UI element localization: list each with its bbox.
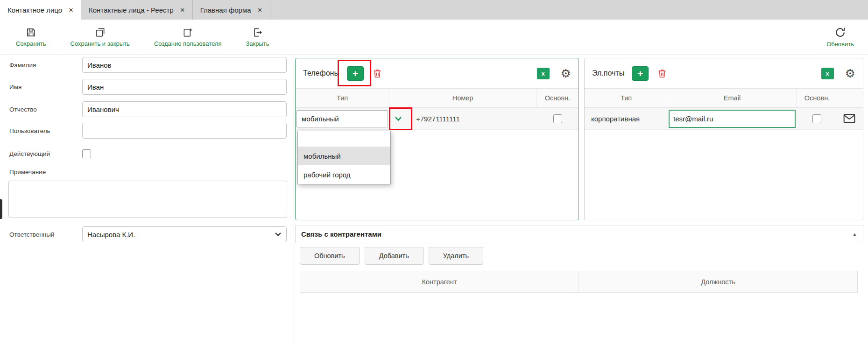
contractors-title: Связь с контрагентами (301, 230, 381, 238)
phone-type-combobox[interactable] (296, 110, 388, 127)
phones-panel: Телефоны + x ⚙ Тип Номер Основн. (295, 58, 579, 220)
contact-form: Фамилия Имя Отчество Пользователь Действ… (0, 55, 294, 344)
tab-close-icon[interactable]: × (258, 6, 262, 14)
tab-bar: Контактное лицо × Контактные лица - Реес… (0, 0, 868, 20)
dropdown-option-mobile[interactable]: мобильный (298, 147, 390, 165)
patronymic-input[interactable] (82, 101, 287, 117)
email-type-cell[interactable]: корпоративная (591, 108, 640, 130)
firstname-input[interactable] (82, 79, 287, 95)
toolbar-right-group: Обновить (826, 27, 854, 48)
phones-add-wrap: + (347, 66, 364, 81)
close-icon (252, 27, 263, 38)
emails-delete-icon[interactable] (657, 68, 667, 79)
tab-label: Контактные лица - Реестр (89, 6, 174, 14)
tab-label: Контактное лицо (7, 6, 62, 14)
contractors-grid-header: Контрагент Должность (300, 271, 858, 293)
emails-title: Эл.почты (592, 69, 624, 77)
emails-add-button[interactable]: + (632, 66, 649, 81)
note-label: Примечание (9, 168, 46, 176)
responsible-select[interactable]: Насырова К.И. (82, 226, 287, 242)
phones-settings-gear-icon[interactable]: ⚙ (561, 68, 571, 79)
tab-main-form[interactable]: Главная форма × (193, 0, 270, 20)
patronymic-label: Отчество (9, 106, 82, 113)
contractors-header[interactable]: Связь с контрагентами ▲ (295, 225, 863, 243)
toolbar-left-group: Сохранить Сохранить и закрыть Создание п… (16, 27, 269, 47)
tab-close-icon[interactable]: × (180, 6, 185, 14)
contractors-col-position: Должность (579, 271, 857, 292)
phones-col-number: Номер (389, 89, 536, 107)
contractors-toolbar: Обновить Добавить Удалить (300, 247, 863, 265)
close-label: Закрыть (246, 40, 269, 47)
refresh-icon (834, 27, 846, 38)
contractors-delete-button[interactable]: Удалить (429, 247, 483, 265)
firstname-row: Имя (9, 79, 287, 95)
dropdown-option-work-city[interactable]: рабочий город (298, 165, 390, 184)
phones-grid-header: Тип Номер Основн. (296, 88, 579, 108)
phones-col-type: Тип (296, 89, 389, 107)
save-label: Сохранить (16, 40, 46, 47)
chevron-down-icon (275, 232, 282, 237)
phones-delete-icon[interactable] (372, 68, 382, 79)
responsible-value: Насырова К.И. (87, 231, 135, 239)
tab-contacts-registry[interactable]: Контактные лица - Реестр × (81, 0, 193, 20)
create-user-button[interactable]: Создание пользователя (154, 27, 222, 47)
refresh-label: Обновить (826, 41, 854, 48)
refresh-button[interactable]: Обновить (826, 27, 854, 48)
user-row: Пользователь (9, 123, 287, 139)
close-button[interactable]: Закрыть (246, 27, 269, 47)
emails-col-actions (838, 89, 863, 107)
create-user-icon (183, 27, 193, 38)
contractors-refresh-button[interactable]: Обновить (300, 247, 360, 265)
emails-panel-header: Эл.почты + x ⚙ (585, 58, 863, 88)
firstname-label: Имя (9, 84, 82, 91)
phones-title: Телефоны (303, 69, 339, 77)
email-main-checkbox[interactable] (812, 114, 821, 123)
phone-type-dropdown-list: мобильный рабочий город (297, 131, 391, 184)
patronymic-row: Отчество (9, 101, 287, 117)
user-label: Пользователь (9, 127, 82, 134)
toolbar: Сохранить Сохранить и закрыть Создание п… (0, 20, 868, 55)
responsible-label: Ответственный (9, 231, 82, 238)
emails-col-email: Email (668, 89, 796, 107)
save-and-close-button[interactable]: Сохранить и закрыть (71, 27, 130, 47)
phone-main-checkbox[interactable] (553, 114, 562, 123)
tab-close-icon[interactable]: × (69, 6, 73, 14)
save-icon (26, 27, 36, 38)
user-input[interactable] (82, 123, 287, 139)
emails-settings-gear-icon[interactable]: ⚙ (845, 68, 855, 79)
save-and-close-label: Сохранить и закрыть (71, 40, 130, 47)
emails-add-wrap: + (632, 66, 649, 81)
phone-row: +79271111111 (296, 108, 579, 130)
lastname-label: Фамилия (9, 62, 82, 69)
app-window: Контактное лицо × Контактные лица - Реес… (0, 0, 868, 344)
contractors-add-button[interactable]: Добавить (365, 247, 423, 265)
lastname-row: Фамилия (9, 57, 287, 73)
email-row: корпоративная (585, 108, 863, 130)
create-user-label: Создание пользователя (154, 40, 222, 47)
save-and-close-icon (95, 27, 106, 38)
emails-excel-export-button[interactable]: x (821, 68, 834, 79)
phones-excel-export-button[interactable]: x (537, 68, 550, 79)
emails-col-main: Основн. (796, 89, 838, 107)
phones-panel-header: Телефоны + x ⚙ (296, 58, 579, 88)
active-checkbox[interactable] (82, 149, 91, 158)
tab-contact-person[interactable]: Контактное лицо × (0, 0, 81, 20)
phone-number-cell[interactable]: +79271111111 (416, 108, 460, 130)
save-button[interactable]: Сохранить (16, 27, 46, 47)
email-input[interactable] (669, 110, 796, 128)
note-textarea[interactable] (8, 181, 287, 218)
emails-col-type: Тип (585, 89, 668, 107)
phones-add-button[interactable]: + (347, 66, 364, 81)
active-row: Действующий (9, 146, 287, 161)
left-edge-handle[interactable] (0, 199, 2, 219)
contractors-panel: Связь с контрагентами ▲ Обновить Добавит… (295, 225, 863, 344)
send-email-envelope-icon[interactable] (843, 113, 855, 126)
phone-type-dropdown-button[interactable] (388, 110, 409, 127)
collapse-arrow-icon[interactable]: ▲ (852, 232, 857, 237)
dropdown-option-empty[interactable] (298, 131, 390, 147)
tab-label: Главная форма (200, 6, 251, 14)
lastname-input[interactable] (82, 57, 287, 73)
active-label: Действующий (9, 150, 82, 157)
contractors-col-contractor: Контрагент (300, 271, 579, 292)
phones-col-main: Основн. (536, 89, 579, 107)
